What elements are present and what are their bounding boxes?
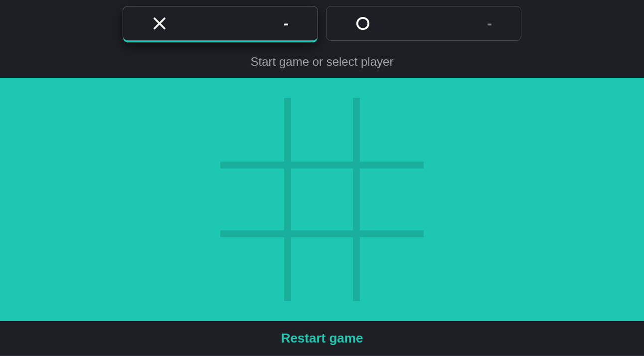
status-text: Start game or select player bbox=[251, 55, 394, 69]
cell-7[interactable] bbox=[288, 233, 356, 301]
player-card-o[interactable]: - bbox=[326, 6, 521, 41]
x-icon bbox=[152, 16, 167, 31]
grid-cells bbox=[220, 98, 424, 301]
cell-1[interactable] bbox=[288, 98, 356, 166]
game-board bbox=[220, 98, 424, 301]
cell-4[interactable] bbox=[288, 166, 356, 233]
player-o-score: - bbox=[487, 15, 492, 32]
svg-point-2 bbox=[357, 18, 369, 29]
footer: Restart game bbox=[0, 321, 644, 356]
cell-5[interactable] bbox=[356, 166, 424, 233]
header: - - Start game or select player bbox=[0, 0, 644, 78]
player-x-score: - bbox=[284, 15, 289, 32]
cell-6[interactable] bbox=[220, 233, 288, 301]
board-area bbox=[0, 78, 644, 321]
o-icon bbox=[355, 16, 370, 31]
player-card-x[interactable]: - bbox=[123, 6, 318, 41]
cell-3[interactable] bbox=[220, 166, 288, 233]
player-cards: - - bbox=[123, 6, 521, 41]
restart-button[interactable]: Restart game bbox=[281, 331, 363, 346]
cell-2[interactable] bbox=[356, 98, 424, 166]
cell-0[interactable] bbox=[220, 98, 288, 166]
cell-8[interactable] bbox=[356, 233, 424, 301]
